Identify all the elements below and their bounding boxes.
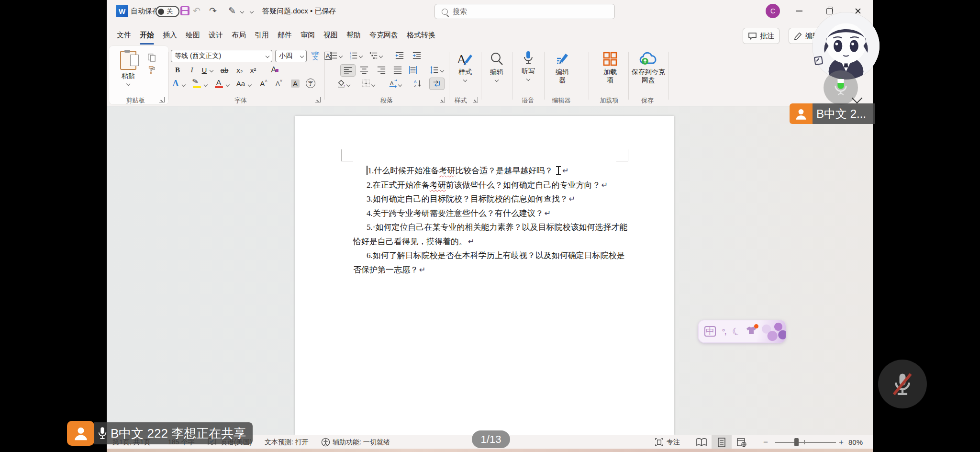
numbered-list-chevron-icon[interactable] [359, 54, 363, 58]
sort-button[interactable] [412, 78, 423, 89]
addins-button[interactable]: 加载项 [596, 52, 624, 84]
align-right-button[interactable] [376, 64, 387, 76]
superscript-button[interactable]: x² [247, 64, 259, 76]
focus-mode-button[interactable]: 专注 [667, 435, 680, 449]
zoom-level[interactable]: 80% [848, 435, 863, 449]
font-size-combo[interactable]: 小四 [275, 50, 307, 62]
editor-button[interactable]: 编辑器 [548, 52, 577, 84]
participant-avatar[interactable] [813, 12, 880, 79]
doc-line-4[interactable]: 4.关于跨专业考研需要注意些什么？有什么建议？↵ [353, 206, 619, 221]
doc-line-5[interactable]: 5.·如何定位自己在某专业的相关能力素养？以及目标院校该如何选择才能 [353, 220, 619, 235]
document-title[interactable]: 答疑问题.docx • 已保存 [262, 0, 336, 22]
ime-fullwidth-moon-icon[interactable]: ☾ [731, 325, 743, 339]
line-spacing-button[interactable] [428, 64, 440, 76]
save-icon[interactable] [180, 6, 189, 15]
show-formatting-marks-button[interactable] [429, 78, 445, 90]
font-name-combo[interactable]: 等线 (西文正文) [171, 50, 272, 62]
editing-find-button[interactable]: 编辑 [485, 52, 509, 81]
word-app-icon[interactable]: W [116, 5, 128, 17]
subscript-button[interactable]: x₂ [234, 64, 245, 76]
muted-microphone-button[interactable] [878, 360, 927, 408]
change-case-chevron-icon[interactable] [248, 83, 252, 87]
web-layout-button[interactable] [732, 435, 752, 449]
distribute-text-button[interactable] [407, 64, 419, 76]
dictate-button[interactable]: 听写 [516, 51, 541, 80]
line-spacing-chevron-icon[interactable] [440, 68, 444, 72]
bullet-list-button[interactable] [328, 50, 339, 61]
ime-chinese-mode-button[interactable]: 中 [704, 326, 716, 337]
ime-skin-button[interactable] [746, 326, 757, 337]
quick-access-chevron-icon[interactable] [240, 10, 244, 13]
ime-punctuation-button[interactable]: °, [722, 328, 726, 336]
change-case-button[interactable]: Aa [235, 78, 246, 89]
tab-layout[interactable]: 布局 [227, 22, 250, 48]
text-effects-button[interactable]: A [170, 78, 181, 89]
customize-toolbar-chevron-icon[interactable] [250, 10, 254, 13]
print-layout-button[interactable] [712, 435, 732, 449]
tab-mailings[interactable]: 邮件 [273, 22, 296, 48]
account-avatar[interactable]: C [766, 4, 780, 18]
asian-layout-button[interactable] [387, 78, 399, 89]
doc-line-1[interactable]: 1.什么时候开始准备考研比较合适？是越早越好吗？↵ [353, 164, 619, 178]
grow-font-button[interactable]: A˄ [258, 78, 269, 89]
zoom-out-button[interactable]: − [763, 435, 768, 449]
increase-indent-button[interactable] [411, 50, 423, 61]
doc-line-2[interactable]: 2.在正式开始准备考研前该做些什么？如何确定自己的专业方向？↵ [353, 178, 619, 192]
participant-name-label[interactable]: B中文 2... [813, 103, 875, 124]
zoom-in-button[interactable]: + [839, 435, 844, 449]
bold-button[interactable]: B [172, 64, 183, 76]
zoom-slider-thumb[interactable] [794, 438, 799, 446]
align-left-button[interactable] [340, 64, 356, 77]
decrease-indent-button[interactable] [394, 50, 405, 61]
minimize-button[interactable] [789, 0, 810, 22]
shrink-font-button[interactable]: A˅ [273, 78, 285, 89]
tab-view[interactable]: 视图 [319, 22, 342, 48]
underline-chevron-icon[interactable] [210, 68, 213, 72]
tab-format-convert[interactable]: 格式转换 [402, 22, 440, 48]
paragraph-dialog-launcher[interactable] [440, 97, 445, 102]
strikethrough-button[interactable]: ab [219, 64, 230, 76]
tab-file[interactable]: 文件 [112, 22, 135, 48]
styles-dialog-launcher[interactable] [473, 97, 478, 102]
asian-layout-chevron-icon[interactable] [398, 83, 402, 87]
doc-line-6[interactable]: 恰好是自己看得见，摸得着的。↵ [353, 235, 619, 249]
autosave-toggle[interactable]: 关 [156, 6, 179, 17]
comments-button[interactable]: 批注 [743, 28, 780, 44]
clear-formatting-button[interactable]: A◆ [269, 64, 281, 76]
borders-button[interactable] [360, 78, 372, 89]
italic-button[interactable]: I [186, 64, 198, 76]
justify-button[interactable] [392, 64, 403, 76]
font-dialog-launcher[interactable] [315, 97, 321, 102]
phonetic-guide-button[interactable]: wén文 [310, 50, 321, 61]
tab-home[interactable]: 开始 [135, 22, 158, 48]
shading-chevron-icon[interactable] [346, 83, 350, 87]
doc-line-8[interactable]: 否保护第一志愿？↵ [353, 263, 619, 277]
character-shading-button[interactable]: A [290, 78, 301, 89]
tab-help[interactable]: 帮助 [342, 22, 365, 48]
accessibility-status[interactable]: 辅助功能: 一切就绪 [333, 435, 390, 449]
format-painter-quick-icon[interactable]: ✎ [226, 0, 238, 22]
search-box[interactable]: 搜索 [434, 4, 615, 19]
font-color-chevron-icon[interactable] [226, 83, 230, 87]
highlight-color-button[interactable]: ✎ [191, 78, 202, 89]
styles-button[interactable]: 样式 [453, 52, 477, 81]
font-color-button[interactable]: A [213, 78, 224, 89]
format-painter-button[interactable] [146, 64, 157, 76]
tab-quark-drive[interactable]: 夸克网盘 [365, 22, 402, 48]
bullet-list-chevron-icon[interactable] [339, 54, 343, 58]
document-page[interactable]: 1.什么时候开始准备考研比较合适？是越早越好吗？↵ 2.在正式开始准备考研前该做… [295, 116, 674, 435]
copy-button[interactable] [146, 52, 157, 63]
zoom-slider-track[interactable] [775, 442, 836, 443]
undo-button[interactable]: ↶ [191, 0, 202, 22]
tab-insert[interactable]: 插入 [158, 22, 181, 48]
text-prediction-status[interactable]: 文本预测: 打开 [265, 435, 309, 449]
numbered-list-button[interactable] [348, 50, 359, 61]
borders-chevron-icon[interactable] [371, 83, 375, 87]
tab-design[interactable]: 设计 [204, 22, 227, 48]
paste-button[interactable]: 粘贴 [120, 51, 136, 85]
tab-review[interactable]: 审阅 [296, 22, 319, 48]
save-to-quark-button[interactable]: 保存到夸克网盘 [629, 52, 668, 84]
doc-line-7[interactable]: 6.如何了解目标院校是否在本科学历上有歧视？以及如何确定目标院校是 [353, 249, 619, 263]
doc-line-3[interactable]: 3.如何确定自己的目标院校？目标院校的信息如何查找？↵ [353, 192, 619, 206]
text-effects-chevron-icon[interactable] [182, 83, 186, 87]
